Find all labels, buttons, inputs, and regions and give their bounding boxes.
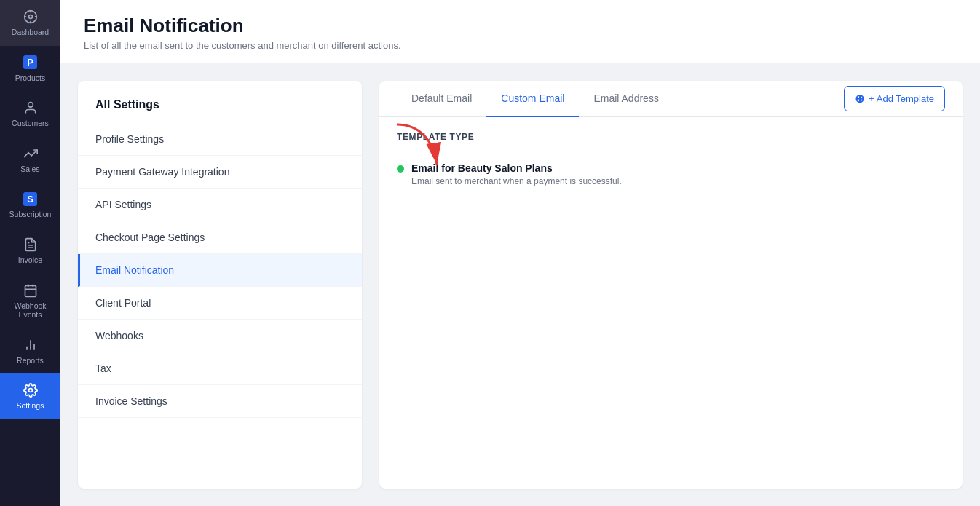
subscription-icon: S bbox=[23, 191, 39, 207]
settings-nav-api[interactable]: API Settings bbox=[78, 189, 362, 221]
invoice-icon bbox=[23, 237, 39, 253]
svg-point-1 bbox=[28, 15, 32, 19]
settings-nav-payment[interactable]: Payment Gateway Integration bbox=[78, 156, 362, 189]
sidebar-label-sales: Sales bbox=[20, 165, 39, 174]
sales-icon bbox=[23, 146, 39, 162]
add-template-label: + Add Template bbox=[869, 93, 934, 104]
reports-icon bbox=[23, 337, 39, 353]
customers-icon bbox=[23, 100, 39, 116]
settings-panel: All Settings Profile Settings Payment Ga… bbox=[78, 81, 362, 489]
svg-rect-9 bbox=[25, 285, 36, 296]
sidebar-label-customers: Customers bbox=[12, 119, 49, 128]
settings-nav-checkout[interactable]: Checkout Page Settings bbox=[78, 221, 362, 254]
products-icon: P bbox=[23, 55, 39, 71]
template-item-title: Email for Beauty Salon Plans bbox=[411, 162, 622, 174]
sidebar-label-webhook: Webhook Events bbox=[3, 301, 58, 320]
right-panel: Default Email Custom Email Email Address… bbox=[379, 81, 963, 489]
template-item-beauty-salon[interactable]: Email for Beauty Salon Plans Email sent … bbox=[397, 154, 945, 195]
webhook-icon bbox=[23, 282, 39, 299]
settings-icon bbox=[23, 382, 39, 398]
svg-point-16 bbox=[28, 389, 32, 392]
settings-nav-tax[interactable]: Tax bbox=[78, 352, 362, 385]
sidebar-item-subscription[interactable]: S Subscription bbox=[0, 182, 60, 228]
sidebar-label-subscription: Subscription bbox=[9, 210, 52, 219]
sidebar-item-settings[interactable]: Settings bbox=[0, 373, 60, 419]
tab-email-address[interactable]: Email Address bbox=[579, 81, 673, 117]
page-title: Email Notification bbox=[84, 15, 957, 37]
sidebar-item-webhook[interactable]: Webhook Events bbox=[0, 274, 60, 328]
sidebar-item-sales[interactable]: Sales bbox=[0, 137, 60, 183]
settings-panel-title: All Settings bbox=[78, 98, 362, 123]
sidebar-label-dashboard: Dashboard bbox=[12, 28, 49, 37]
sidebar-label-products: Products bbox=[15, 74, 45, 83]
plus-icon: ⊕ bbox=[855, 92, 864, 106]
sidebar-item-dashboard[interactable]: Dashboard bbox=[0, 0, 60, 46]
status-dot-active bbox=[397, 165, 404, 173]
tabs-header: Default Email Custom Email Email Address… bbox=[379, 81, 963, 117]
settings-nav-email[interactable]: Email Notification bbox=[78, 254, 362, 287]
template-item-description: Email sent to merchant when a payment is… bbox=[411, 176, 622, 186]
page-subtitle: List of all the email sent to the custom… bbox=[84, 40, 957, 51]
template-content: TEMPLATE TYPE Email f bbox=[379, 117, 963, 210]
sidebar-item-reports[interactable]: Reports bbox=[0, 328, 60, 374]
add-template-button[interactable]: ⊕ + Add Template bbox=[844, 86, 945, 111]
sidebar-item-invoice[interactable]: Invoice bbox=[0, 228, 60, 274]
sidebar-item-products[interactable]: P Products bbox=[0, 46, 60, 92]
sidebar-item-customers[interactable]: Customers bbox=[0, 91, 60, 137]
main-content: Email Notification List of all the email… bbox=[60, 0, 980, 506]
page-header: Email Notification List of all the email… bbox=[60, 0, 980, 63]
settings-nav-invoice-settings[interactable]: Invoice Settings bbox=[78, 385, 362, 418]
content-area: All Settings Profile Settings Payment Ga… bbox=[60, 63, 980, 506]
template-type-label: TEMPLATE TYPE bbox=[397, 132, 945, 142]
tab-custom-email[interactable]: Custom Email bbox=[486, 81, 579, 117]
sidebar-label-settings: Settings bbox=[17, 401, 44, 411]
settings-nav-profile[interactable]: Profile Settings bbox=[78, 123, 362, 156]
tab-default-email[interactable]: Default Email bbox=[397, 81, 486, 117]
sidebar: Dashboard P Products Customers Sales S S bbox=[0, 0, 60, 506]
svg-point-6 bbox=[28, 103, 33, 108]
settings-nav-client[interactable]: Client Portal bbox=[78, 287, 362, 320]
settings-nav-webhooks[interactable]: Webhooks bbox=[78, 320, 362, 352]
sidebar-label-reports: Reports bbox=[17, 356, 44, 365]
dashboard-icon bbox=[23, 9, 39, 25]
template-item-details: Email for Beauty Salon Plans Email sent … bbox=[411, 162, 622, 186]
sidebar-label-invoice: Invoice bbox=[18, 256, 42, 265]
